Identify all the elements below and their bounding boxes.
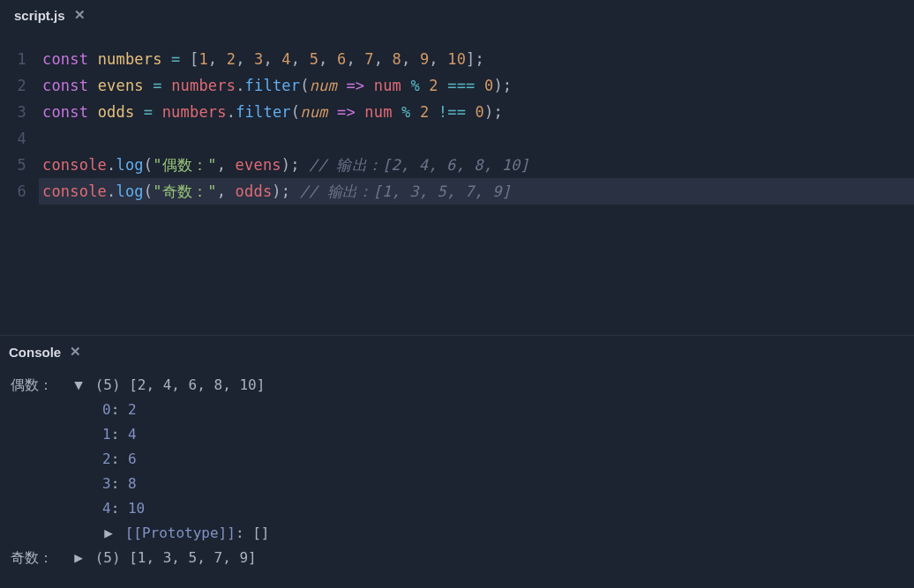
string: "奇数：" bbox=[153, 182, 216, 200]
param: num bbox=[300, 103, 327, 121]
method: filter bbox=[245, 77, 301, 94]
chevron-right-icon[interactable]: ▶ bbox=[72, 546, 85, 570]
log-label: 偶数： bbox=[11, 373, 72, 398]
item-value: 2 bbox=[128, 401, 137, 418]
number: 0 bbox=[484, 77, 493, 94]
string: "偶数：" bbox=[153, 156, 216, 174]
operator: % bbox=[401, 103, 410, 121]
console-body: 偶数： ▼ (5) [2, 4, 6, 8, 10] 0: 2 1: 4 2: … bbox=[0, 368, 914, 574]
comment: // 输出：[1, 3, 5, 7, 9] bbox=[300, 182, 511, 200]
array-preview: [1, 3, 5, 7, 9] bbox=[129, 549, 257, 566]
console-pane: Console ✕ 偶数： ▼ (5) [2, 4, 6, 8, 10] 0: … bbox=[0, 335, 914, 588]
file-tab-label: script.js bbox=[14, 8, 65, 23]
identifier: num bbox=[364, 103, 392, 121]
item-index: 0 bbox=[102, 401, 111, 418]
identifier: num bbox=[374, 77, 401, 94]
array-item: 1: 4 bbox=[102, 422, 903, 447]
line-number: 4 bbox=[0, 125, 26, 152]
number: 2 bbox=[420, 103, 429, 121]
array-items: 0: 2 1: 4 2: 6 3: 8 4: 10 bbox=[11, 398, 903, 521]
method: filter bbox=[236, 103, 291, 121]
code-line[interactable]: const evens = numbers.filter(num => num … bbox=[42, 72, 914, 99]
line-gutter: 1 2 3 4 5 6 bbox=[0, 46, 42, 205]
operator: = bbox=[171, 50, 180, 68]
file-tab[interactable]: script.js ✕ bbox=[9, 4, 91, 26]
punct: . bbox=[107, 156, 116, 174]
identifier: numbers bbox=[98, 50, 162, 68]
identifier: console bbox=[42, 156, 107, 174]
close-icon[interactable]: ✕ bbox=[74, 7, 86, 23]
punct: ) bbox=[493, 77, 502, 94]
punct: ( bbox=[300, 77, 309, 94]
operator: = bbox=[153, 77, 161, 94]
code-line[interactable]: const odds = numbers.filter(num => num %… bbox=[42, 99, 914, 125]
array-item: 4: 10 bbox=[102, 496, 903, 521]
punct: ( bbox=[144, 182, 153, 200]
prototype-key: [[Prototype]] bbox=[125, 525, 236, 541]
punct: ; bbox=[476, 50, 484, 68]
item-value: 6 bbox=[128, 450, 137, 467]
method: log bbox=[116, 156, 143, 174]
log-content: ▼ (5) [2, 4, 6, 8, 10] bbox=[72, 373, 903, 398]
operator: = bbox=[144, 103, 153, 121]
identifier: numbers bbox=[171, 77, 236, 94]
close-icon[interactable]: ✕ bbox=[70, 344, 81, 360]
prototype-value: [] bbox=[252, 525, 269, 541]
code-lines[interactable]: const numbers = [1, 2, 3, 4, 5, 6, 7, 8,… bbox=[42, 46, 914, 205]
item-value: 4 bbox=[128, 426, 137, 443]
line-number: 5 bbox=[0, 152, 26, 178]
punct: ) bbox=[484, 103, 493, 121]
comment: // 输出：[2, 4, 6, 8, 10] bbox=[309, 156, 529, 174]
code-line[interactable] bbox=[42, 125, 914, 152]
punct: . bbox=[236, 77, 244, 94]
keyword: const bbox=[42, 103, 88, 121]
chevron-down-icon[interactable]: ▼ bbox=[72, 373, 85, 398]
log-label: 奇数： bbox=[11, 546, 72, 570]
array-preview: [2, 4, 6, 8, 10] bbox=[129, 376, 265, 393]
console-tab[interactable]: Console ✕ bbox=[9, 344, 81, 360]
code-line[interactable]: console.log("偶数：", evens); // 输出：[2, 4, … bbox=[42, 152, 914, 178]
array-item: 2: 6 bbox=[102, 447, 903, 472]
punct: ) bbox=[281, 156, 290, 174]
punct: ; bbox=[281, 182, 290, 200]
editor-pane: script.js ✕ 1 2 3 4 5 6 const numbers = … bbox=[0, 0, 914, 335]
code-line[interactable]: const numbers = [1, 2, 3, 4, 5, 6, 7, 8,… bbox=[42, 46, 914, 72]
punct: ( bbox=[291, 103, 300, 121]
method: log bbox=[116, 182, 143, 200]
array-item: 3: 8 bbox=[102, 472, 903, 496]
editor-tab-bar: script.js ✕ bbox=[0, 0, 914, 30]
operator: === bbox=[447, 77, 475, 94]
console-log-row: 偶数： ▼ (5) [2, 4, 6, 8, 10] bbox=[11, 373, 903, 398]
line-number: 6 bbox=[0, 178, 26, 205]
param: num bbox=[310, 77, 337, 94]
punct: , bbox=[217, 156, 226, 174]
array-length: (5) bbox=[95, 549, 121, 566]
punct: ; bbox=[493, 103, 502, 121]
punct: ( bbox=[144, 156, 153, 174]
code-line[interactable]: console.log("奇数：", odds); // 输出：[1, 3, 5… bbox=[39, 178, 914, 205]
console-log-row: 奇数： ▶ (5) [1, 3, 5, 7, 9] bbox=[11, 546, 903, 570]
punct: . bbox=[227, 103, 236, 121]
item-index: 3 bbox=[102, 475, 111, 492]
code-area[interactable]: 1 2 3 4 5 6 const numbers = [1, 2, 3, 4,… bbox=[0, 30, 914, 205]
operator: !== bbox=[438, 103, 466, 121]
punct: ) bbox=[272, 182, 281, 200]
item-value: 10 bbox=[128, 500, 145, 517]
punct: . bbox=[107, 182, 116, 200]
chevron-right-icon[interactable]: ▶ bbox=[102, 521, 115, 546]
identifier: evens bbox=[236, 156, 281, 174]
console-tab-label: Console bbox=[9, 345, 61, 360]
arrow: => bbox=[337, 103, 356, 121]
arrow: => bbox=[346, 77, 364, 94]
item-index: 4 bbox=[102, 500, 111, 517]
line-number: 2 bbox=[0, 72, 26, 99]
punct: , bbox=[217, 182, 226, 200]
log-content: ▶ (5) [1, 3, 5, 7, 9] bbox=[72, 546, 903, 570]
number: 2 bbox=[429, 77, 438, 94]
line-number: 1 bbox=[0, 46, 26, 72]
number: 0 bbox=[476, 103, 484, 121]
identifier: odds bbox=[98, 103, 135, 121]
line-number: 3 bbox=[0, 99, 26, 125]
keyword: const bbox=[42, 77, 88, 94]
punct: ; bbox=[503, 77, 512, 94]
